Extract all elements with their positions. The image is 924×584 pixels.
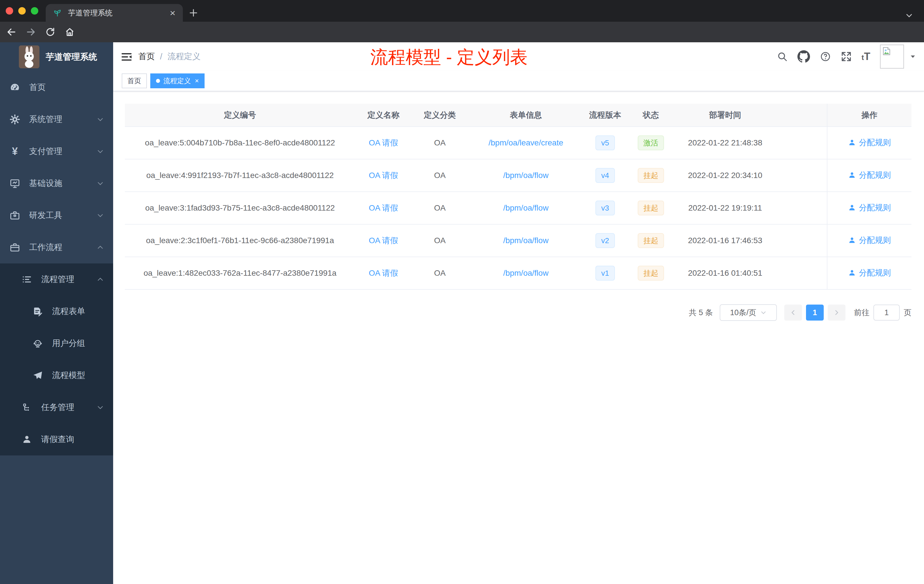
user-icon xyxy=(848,269,856,277)
form-link[interactable]: /bpm/oa/flow xyxy=(503,203,549,212)
definition-name-link[interactable]: OA 请假 xyxy=(369,138,398,147)
sidebar-item-task-management[interactable]: 任务管理 xyxy=(0,391,113,424)
definition-name-link[interactable]: OA 请假 xyxy=(369,236,398,245)
chevron-left-icon xyxy=(790,309,797,316)
breadcrumb-home[interactable]: 首页 xyxy=(138,51,155,62)
dashboard-icon xyxy=(9,82,21,93)
col-definition-id: 定义编号 xyxy=(125,104,355,127)
user-icon xyxy=(848,204,856,212)
status-badge: 挂起 xyxy=(638,233,664,248)
chevron-down-icon xyxy=(97,148,104,155)
goto-page-input[interactable] xyxy=(873,305,900,320)
version-badge: v1 xyxy=(596,266,615,280)
col-definition-name: 定义名称 xyxy=(355,104,412,127)
table-row: oa_leave:2:3c1f0ef1-76b1-11ec-9c66-a2380… xyxy=(125,224,911,257)
form-link[interactable]: /bpm/oa/leave/create xyxy=(488,138,563,147)
tab-search-chevron-icon[interactable] xyxy=(905,12,913,20)
definition-category: OA xyxy=(412,159,468,192)
definition-id: oa_leave:3:1fad3d93-7b75-11ec-a3c8-acde4… xyxy=(125,192,355,224)
minimize-window-button[interactable] xyxy=(18,7,26,15)
help-icon[interactable] xyxy=(820,51,831,62)
tab-title: 芋道管理系统 xyxy=(68,8,170,18)
sidebar-item-process-management[interactable]: 流程管理 xyxy=(0,264,113,295)
sidebar-collapse-icon[interactable] xyxy=(120,51,132,63)
chevron-down-icon xyxy=(97,212,104,219)
sidebar-item-home[interactable]: 首页 xyxy=(0,71,113,104)
forward-button[interactable] xyxy=(26,27,36,37)
home-button[interactable] xyxy=(64,27,75,37)
definition-name-link[interactable]: OA 请假 xyxy=(369,269,398,277)
gear-icon xyxy=(9,114,21,125)
assign-rule-button[interactable]: 分配规则 xyxy=(848,170,891,181)
chevron-up-icon xyxy=(97,244,104,251)
prev-page-button[interactable] xyxy=(784,305,802,320)
user-icon xyxy=(848,236,856,244)
avatar[interactable] xyxy=(880,45,904,69)
close-window-button[interactable] xyxy=(6,7,13,15)
github-icon[interactable] xyxy=(797,50,810,63)
status-badge: 挂起 xyxy=(638,266,664,280)
deploy-time: 2022-01-22 21:48:38 xyxy=(675,127,775,159)
form-link[interactable]: /bpm/oa/flow xyxy=(503,269,549,277)
sidebar-item-system-management[interactable]: 系统管理 xyxy=(0,104,113,135)
avatar-caret-icon[interactable] xyxy=(910,53,916,60)
paper-plane-icon xyxy=(32,370,43,381)
user-icon xyxy=(848,139,856,147)
assign-rule-button[interactable]: 分配规则 xyxy=(848,137,891,148)
sidebar-item-payment-management[interactable]: ¥ 支付管理 xyxy=(0,135,113,167)
page-size-select[interactable]: 10条/页 xyxy=(720,304,777,321)
version-badge: v2 xyxy=(596,233,615,248)
search-icon[interactable] xyxy=(777,51,788,62)
table-row: oa_leave:4:991f2193-7b7f-11ec-a3c8-acde4… xyxy=(125,159,911,192)
toolbox-icon xyxy=(9,210,21,221)
font-size-icon[interactable]: tT xyxy=(861,51,870,63)
form-link[interactable]: /bpm/oa/flow xyxy=(503,236,549,245)
active-dot xyxy=(156,79,160,83)
monitor-icon xyxy=(9,178,21,189)
reload-button[interactable] xyxy=(45,27,55,37)
browser-tab[interactable]: 芋道管理系统 × xyxy=(46,4,183,22)
definition-name-link[interactable]: OA 请假 xyxy=(369,171,398,180)
yen-icon: ¥ xyxy=(9,146,21,157)
sidebar-item-user-group[interactable]: 用户分组 xyxy=(0,327,113,360)
favicon-plant-icon xyxy=(53,8,62,17)
fullscreen-icon[interactable] xyxy=(841,51,852,62)
definition-id: oa_leave:1:482ec033-762a-11ec-8477-a2380… xyxy=(125,257,355,289)
sidebar-item-dev-tools[interactable]: 研发工具 xyxy=(0,200,113,231)
next-page-button[interactable] xyxy=(828,305,845,320)
status-badge: 激活 xyxy=(638,135,664,150)
list-icon xyxy=(21,274,33,285)
assign-rule-button[interactable]: 分配规则 xyxy=(848,235,891,246)
back-button[interactable] xyxy=(6,27,16,37)
tab-close-icon[interactable]: × xyxy=(170,8,175,18)
chevron-down-icon xyxy=(760,309,767,316)
window-controls xyxy=(6,7,38,15)
assign-rule-button[interactable]: 分配规则 xyxy=(848,202,891,213)
tag-close-icon[interactable]: × xyxy=(195,78,199,84)
maximize-window-button[interactable] xyxy=(31,7,38,15)
definition-category: OA xyxy=(412,224,468,257)
deploy-time: 2022-01-16 01:40:51 xyxy=(675,257,775,289)
sidebar-item-workflow[interactable]: 工作流程 xyxy=(0,231,113,264)
table-row: oa_leave:5:004b710b-7b8a-11ec-8ef0-acde4… xyxy=(125,127,911,159)
sidebar-item-process-model[interactable]: 流程模型 xyxy=(0,360,113,391)
col-deploy-time: 部署时间 xyxy=(675,104,775,127)
definition-category: OA xyxy=(412,257,468,289)
definition-name-link[interactable]: OA 请假 xyxy=(369,203,398,212)
definition-id: oa_leave:5:004b710b-7b8a-11ec-8ef0-acde4… xyxy=(125,127,355,159)
version-badge: v4 xyxy=(596,168,615,183)
sidebar-item-process-form[interactable]: 流程表单 xyxy=(0,295,113,327)
tag-process-definition[interactable]: 流程定义 × xyxy=(150,73,205,88)
assign-rule-button[interactable]: 分配规则 xyxy=(848,267,891,278)
form-link[interactable]: /bpm/oa/flow xyxy=(503,171,549,180)
tag-home[interactable]: 首页 xyxy=(122,73,147,88)
new-tab-button[interactable] xyxy=(188,8,198,18)
col-process-version: 流程版本 xyxy=(584,104,627,127)
page-number-button[interactable]: 1 xyxy=(806,305,824,320)
deploy-time: 2022-01-22 19:19:11 xyxy=(675,192,775,224)
sidebar-item-leave-query[interactable]: 请假查询 xyxy=(0,424,113,455)
breadcrumb: 首页 / 流程定义 xyxy=(138,42,201,71)
breadcrumb-separator: / xyxy=(160,52,162,61)
sidebar-item-infrastructure[interactable]: 基础设施 xyxy=(0,167,113,200)
version-badge: v5 xyxy=(596,135,615,150)
